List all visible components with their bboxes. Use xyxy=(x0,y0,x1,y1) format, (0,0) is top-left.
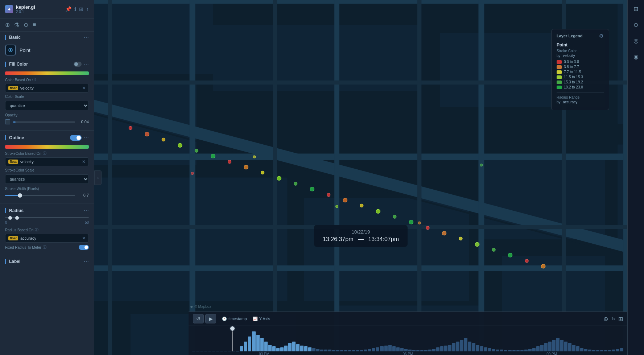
timeline-timestamp-field[interactable]: 🕐 timestamp xyxy=(222,317,247,321)
info-icon[interactable]: ℹ xyxy=(74,6,76,12)
timeline-bar xyxy=(552,340,556,351)
radius-thumb-min[interactable] xyxy=(8,216,12,220)
radius-menu-icon[interactable]: ⋯ xyxy=(84,208,89,214)
timeline-bar xyxy=(196,351,199,351)
time-separator: — xyxy=(358,236,364,242)
opacity-slider[interactable] xyxy=(13,121,75,123)
timeline-reset-button[interactable]: ↺ xyxy=(193,314,204,323)
pin-icon[interactable]: 📌 xyxy=(65,6,71,12)
legend-range-label: 15.3 to 19.2 xyxy=(564,80,583,84)
outline-section: Outline ⋯ StrokeColor Based On ⓘ float v… xyxy=(0,130,94,203)
timeline-bar xyxy=(616,349,619,351)
color-based-on-field[interactable]: float velocity ✕ xyxy=(5,84,89,92)
stroke-width-value: 8.7 xyxy=(78,193,89,197)
radius-section-title: Radius xyxy=(9,208,82,213)
timeline-bar xyxy=(224,351,227,351)
fill-menu-icon[interactable]: ⋯ xyxy=(84,61,89,67)
radius-min-label: 0 xyxy=(5,220,7,224)
table-icon[interactable]: ⊞ xyxy=(79,6,83,12)
timeline-bar xyxy=(344,350,347,351)
share-icon[interactable]: ↑ xyxy=(86,6,89,12)
color-scale-label: Color Scale xyxy=(5,95,89,99)
opacity-checkbox[interactable] xyxy=(5,119,10,124)
timeline-bar xyxy=(348,350,351,351)
timeline-bar xyxy=(240,346,243,351)
color-scale-select[interactable]: quantize xyxy=(5,101,89,110)
settings-icon[interactable]: ≡ xyxy=(33,21,36,28)
basic-section-header[interactable]: Basic ⋯ xyxy=(0,32,94,43)
timeline-bar xyxy=(608,350,611,351)
timeline-bar xyxy=(264,342,268,352)
timeline-bar xyxy=(592,350,595,351)
svg-point-46 xyxy=(393,215,396,218)
timeline-expand-icon[interactable]: ⊞ xyxy=(618,315,623,322)
timeline-bar xyxy=(380,346,383,351)
timeline-playhead-handle[interactable] xyxy=(230,326,235,331)
label-menu-icon[interactable]: ⋯ xyxy=(84,259,89,264)
timeline: ↺ ▶ 🕐 timestamp 📈 Y Axis ⊕ 1x ⊞ xyxy=(189,311,627,355)
left-panel: ◆ kepler.gl 2.0.1 📌 ℹ ⊞ ↑ ⊕ ⚗ ⊙ ≡ Basic … xyxy=(0,0,94,355)
basic-menu-icon[interactable]: ⋯ xyxy=(84,34,89,40)
location-icon[interactable]: ◉ xyxy=(630,51,642,62)
svg-point-37 xyxy=(244,165,248,169)
stroke-color-scale-select[interactable]: quantize xyxy=(5,174,89,184)
timeline-bar xyxy=(452,343,455,351)
fixed-radius-info-icon[interactable]: ⓘ xyxy=(43,245,46,250)
color-based-on-info-icon[interactable]: ⓘ xyxy=(32,77,36,82)
radius-field-clear[interactable]: ✕ xyxy=(82,236,86,241)
outline-toggle[interactable] xyxy=(70,135,82,141)
svg-point-47 xyxy=(409,220,413,224)
legend-item: 15.3 to 19.2 xyxy=(557,80,604,84)
filter-icon[interactable]: ⚗ xyxy=(14,21,19,28)
timeline-yaxis-field[interactable]: 📈 Y Axis xyxy=(253,317,270,321)
legend-color-swatch xyxy=(557,86,562,89)
map-area[interactable]: ‹ xyxy=(94,0,627,355)
timeline-target-icon[interactable]: ⊕ xyxy=(603,315,608,322)
outline-gradient-bar[interactable] xyxy=(5,145,89,149)
outline-menu-icon[interactable]: ⋯ xyxy=(84,135,89,141)
stroke-color-field[interactable]: float velocity ✕ xyxy=(5,157,89,166)
basic-section-title: Basic xyxy=(9,35,82,40)
stroke-color-info-icon[interactable]: ⓘ xyxy=(43,151,46,156)
label-section-header[interactable]: Label ⋯ xyxy=(0,256,94,267)
layers-icon[interactable]: ⊕ xyxy=(5,21,10,28)
timeline-controls: ↺ ▶ xyxy=(193,314,216,323)
stroke-slider-thumb[interactable] xyxy=(18,193,22,198)
timeline-bar xyxy=(332,350,335,351)
svg-point-48 xyxy=(426,226,429,230)
legend-color-swatch xyxy=(557,60,562,64)
timeline-play-button[interactable]: ▶ xyxy=(205,314,216,323)
svg-point-60 xyxy=(418,222,421,224)
legend-title: Layer Legend xyxy=(557,34,583,38)
stroke-width-slider[interactable] xyxy=(5,195,75,196)
panel-collapse-button[interactable]: ‹ xyxy=(94,170,102,185)
legend-color-swatch xyxy=(557,70,562,74)
compass-icon[interactable]: ◎ xyxy=(630,35,642,46)
radius-based-on-field[interactable]: float accuracy ✕ xyxy=(5,234,89,243)
timeline-bar xyxy=(424,350,428,351)
legend-radius-field: accuracy xyxy=(563,100,577,104)
fill-gradient-bar[interactable] xyxy=(5,71,89,75)
stroke-field-name: velocity xyxy=(20,160,80,164)
radius-thumb-max[interactable] xyxy=(15,216,19,220)
fill-color-toggle[interactable] xyxy=(74,62,82,67)
timeline-chart[interactable] xyxy=(189,326,627,351)
interaction-icon[interactable]: ⊙ xyxy=(24,21,28,28)
color-field-clear[interactable]: ✕ xyxy=(82,86,86,91)
timeline-bar xyxy=(204,351,207,351)
timeline-bar xyxy=(200,351,203,351)
radius-based-on-info-icon[interactable]: ⓘ xyxy=(35,227,38,232)
outline-section-title: Outline xyxy=(9,135,68,140)
radius-range-slider[interactable] xyxy=(5,217,89,218)
legend-close-button[interactable]: ⚙ xyxy=(599,33,604,39)
outline-pipe xyxy=(5,135,6,140)
globe-icon[interactable]: ⊙ xyxy=(630,19,642,30)
legend-divider xyxy=(557,92,604,92)
svg-point-40 xyxy=(294,182,297,185)
radius-pipe xyxy=(5,208,6,213)
stroke-field-clear[interactable]: ✕ xyxy=(82,159,86,164)
timeline-playhead xyxy=(232,326,233,351)
timeline-bar xyxy=(548,342,552,352)
fixed-radius-toggle[interactable] xyxy=(79,245,89,250)
grid-icon[interactable]: ⊞ xyxy=(630,3,642,15)
